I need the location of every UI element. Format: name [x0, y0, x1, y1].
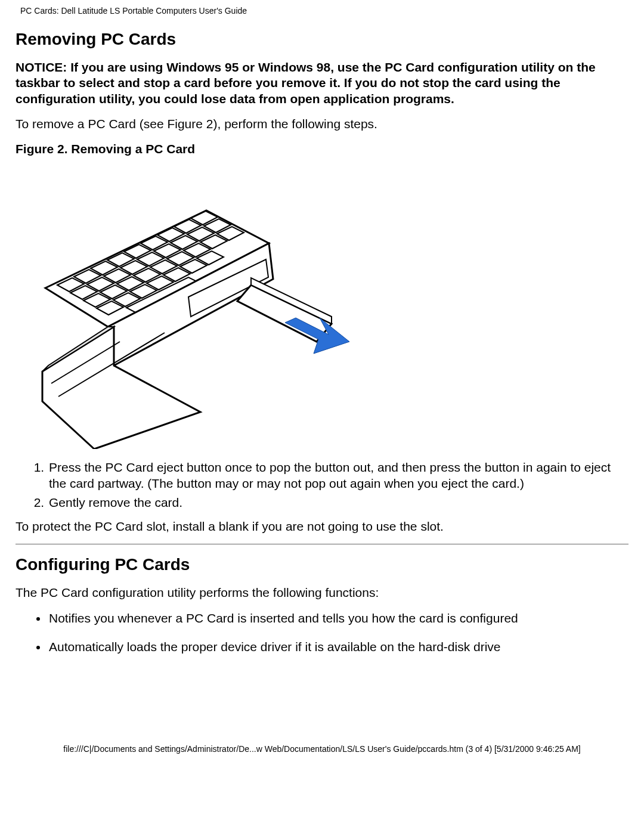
config-intro: The PC Card configuration utility perfor…: [16, 585, 628, 600]
step-2: Gently remove the card.: [48, 495, 628, 510]
config-bullet-2: Automatically loads the proper device dr…: [48, 639, 628, 655]
page-header: PC Cards: Dell Latitude LS Portable Comp…: [16, 0, 628, 24]
config-bullet-1: Notifies you whenever a PC Card is inser…: [48, 611, 628, 626]
figure-2-removing-pc-card: [16, 163, 349, 449]
pc-card-illustration: [16, 163, 349, 449]
heading-configuring-pc-cards: Configuring PC Cards: [16, 555, 628, 574]
removal-steps-list: Press the PC Card eject button once to p…: [16, 460, 628, 510]
config-functions-list: Notifies you whenever a PC Card is inser…: [16, 611, 628, 655]
removing-intro: To remove a PC Card (see Figure 2), perf…: [16, 116, 628, 132]
figure-caption: Figure 2. Removing a PC Card: [16, 141, 628, 157]
notice-text: NOTICE: If you are using Windows 95 or W…: [16, 60, 628, 107]
step-1: Press the PC Card eject button once to p…: [48, 460, 628, 491]
heading-removing-pc-cards: Removing PC Cards: [16, 30, 628, 49]
page-footer: file:///C|/Documents and Settings/Admini…: [16, 744, 628, 763]
section-divider: [16, 544, 628, 544]
protect-slot-text: To protect the PC Card slot, install a b…: [16, 519, 628, 534]
